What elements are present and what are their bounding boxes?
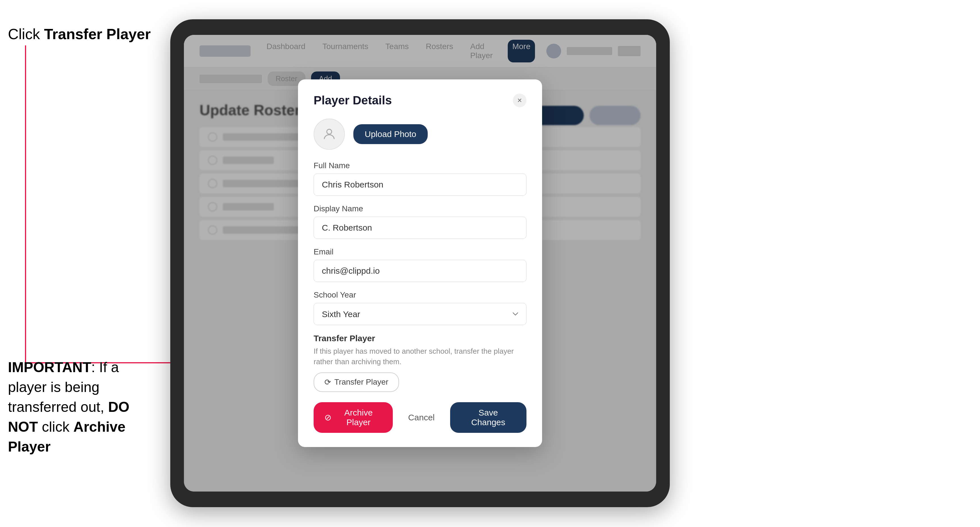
- display-name-label: Display Name: [313, 204, 527, 213]
- transfer-player-button[interactable]: ⟳ Transfer Player: [313, 372, 399, 392]
- save-changes-button[interactable]: Save Changes: [450, 402, 527, 433]
- archive-icon: ⊘: [325, 413, 331, 422]
- refresh-icon: ⟳: [325, 378, 331, 387]
- transfer-btn-label: Transfer Player: [334, 378, 388, 387]
- tablet-screen: Dashboard Tournaments Teams Rosters Add …: [184, 35, 656, 492]
- transfer-section-description: If this player has moved to another scho…: [313, 346, 527, 367]
- instruction-transfer-bold: Transfer Player: [44, 26, 151, 42]
- full-name-label: Full Name: [313, 161, 527, 170]
- display-name-group: Display Name: [313, 204, 527, 239]
- modal-header: Player Details ×: [313, 94, 527, 107]
- player-details-modal: Player Details × Upload Photo Full N: [298, 79, 542, 447]
- svg-point-0: [327, 129, 331, 134]
- photo-placeholder: [313, 119, 345, 150]
- cancel-button[interactable]: Cancel: [399, 407, 443, 428]
- school-year-group: School Year First Year Second Year Third…: [313, 290, 527, 325]
- email-input[interactable]: [313, 260, 527, 282]
- upload-photo-button[interactable]: Upload Photo: [353, 124, 428, 144]
- school-year-label: School Year: [313, 290, 527, 300]
- photo-section: Upload Photo: [313, 119, 527, 150]
- tablet-device: Dashboard Tournaments Teams Rosters Add …: [170, 19, 670, 507]
- modal-overlay: Player Details × Upload Photo Full N: [184, 35, 656, 492]
- instruction-bottom: IMPORTANT: If a player is being transfer…: [8, 357, 156, 457]
- modal-title: Player Details: [313, 94, 392, 107]
- email-label: Email: [313, 247, 527, 256]
- instruction-click-text: Click: [8, 26, 40, 42]
- instruction-top: Click Transfer Player: [8, 25, 151, 43]
- archive-player-button[interactable]: ⊘ Archive Player: [313, 402, 393, 433]
- archive-btn-label: Archive Player: [335, 408, 382, 427]
- transfer-player-section: Transfer Player If this player has moved…: [313, 333, 527, 392]
- transfer-section-title: Transfer Player: [313, 333, 527, 343]
- annotation-vertical-line: [25, 45, 26, 363]
- modal-footer: ⊘ Archive Player Cancel Save Changes: [313, 402, 527, 433]
- full-name-input[interactable]: [313, 174, 527, 196]
- email-group: Email: [313, 247, 527, 282]
- important-label: IMPORTANT: [8, 359, 91, 375]
- full-name-group: Full Name: [313, 161, 527, 196]
- display-name-input[interactable]: [313, 217, 527, 239]
- school-year-select[interactable]: First Year Second Year Third Year Fourth…: [313, 303, 527, 325]
- user-icon: [322, 127, 337, 141]
- modal-close-button[interactable]: ×: [513, 94, 527, 107]
